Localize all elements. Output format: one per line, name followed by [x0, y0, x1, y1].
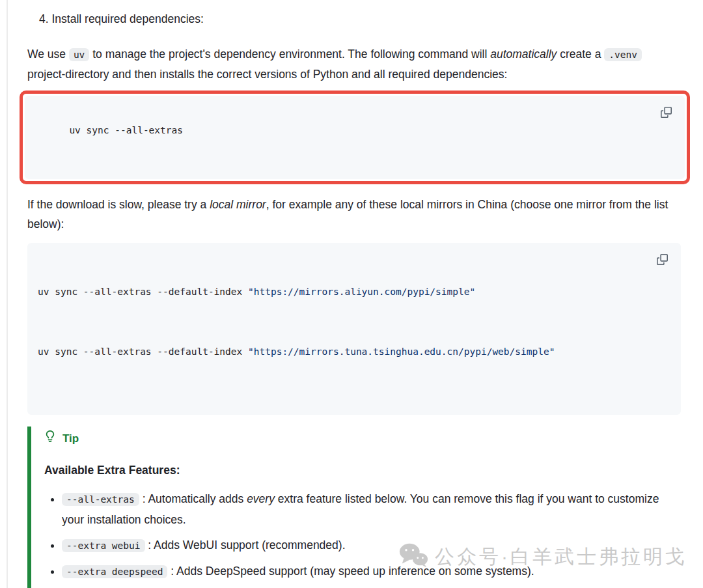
list-item: --all-extras : Automatically adds every …	[62, 489, 681, 530]
copy-button[interactable]	[652, 251, 672, 270]
code-line: uv sync --all-extras --default-index "ht…	[38, 344, 670, 359]
extra-features-list: --all-extras : Automatically adds every …	[44, 489, 681, 582]
code-command: uv sync --all-extras --default-index	[38, 287, 248, 297]
code-string: "https://mirrors.tuna.tsinghua.edu.cn/py…	[248, 346, 555, 357]
mirror-text: If the download is slow, please try a	[27, 198, 210, 211]
tip-heading: Available Extra Features:	[44, 460, 681, 480]
tip-callout: Tip Available Extra Features: --all-extr…	[27, 427, 681, 588]
tip-title: Tip	[62, 429, 79, 449]
intro-paragraph: We use uv to manage the project's depend…	[27, 44, 681, 84]
list-item-text: : Automatically adds	[139, 492, 247, 505]
list-item-text: : Adds WebUI support (recommended).	[145, 539, 346, 552]
code-block-mirrors: uv sync --all-extras --default-index "ht…	[27, 243, 681, 415]
code-line: uv sync --all-extras --default-index "ht…	[38, 285, 670, 299]
list-item: --extra webui : Adds WebUI support (reco…	[62, 535, 681, 556]
list-item-emphasis: every	[247, 492, 275, 505]
code-line: uv sync --all-extras	[69, 125, 183, 135]
inline-code-all-extras: --all-extras	[62, 493, 139, 506]
step-number: 4.	[39, 12, 49, 25]
intro-text: to manage the project's dependency envir…	[89, 48, 490, 61]
copy-button[interactable]	[656, 104, 676, 123]
list-item-text: : Adds DeepSpeed support (may speed up i…	[167, 565, 534, 578]
step-label: Install required dependencies:	[49, 12, 204, 25]
code-block-uv-sync: uv sync --all-extras	[25, 96, 685, 179]
copy-icon	[657, 254, 668, 267]
intro-text: create a	[557, 48, 604, 61]
mirror-emphasis: local mirror	[210, 198, 266, 211]
inline-code-extra-deepspeed: --extra deepspeed	[62, 565, 167, 578]
light-bulb-icon	[44, 429, 56, 449]
intro-emphasis: automatically	[490, 48, 557, 61]
code-command: uv sync --all-extras --default-index	[38, 346, 248, 357]
copy-icon	[661, 107, 672, 120]
list-item: --extra deepspeed : Adds DeepSpeed suppo…	[62, 561, 681, 582]
intro-text: project-directory and then installs the …	[27, 68, 507, 81]
mirror-paragraph: If the download is slow, please try a lo…	[27, 195, 681, 234]
readme-content: 4. Install required dependencies: We use…	[0, 0, 703, 588]
step-list-item: 4. Install required dependencies:	[39, 9, 681, 29]
tip-title-row: Tip	[44, 429, 681, 449]
inline-code-uv: uv	[69, 48, 89, 61]
inline-code-extra-webui: --extra webui	[62, 539, 145, 552]
red-annotation-box-1: uv sync --all-extras	[20, 91, 690, 184]
inline-code-venv: .venv	[604, 48, 642, 61]
intro-text: We use	[27, 48, 69, 61]
code-string: "https://mirrors.aliyun.com/pypi/simple"	[248, 287, 475, 297]
